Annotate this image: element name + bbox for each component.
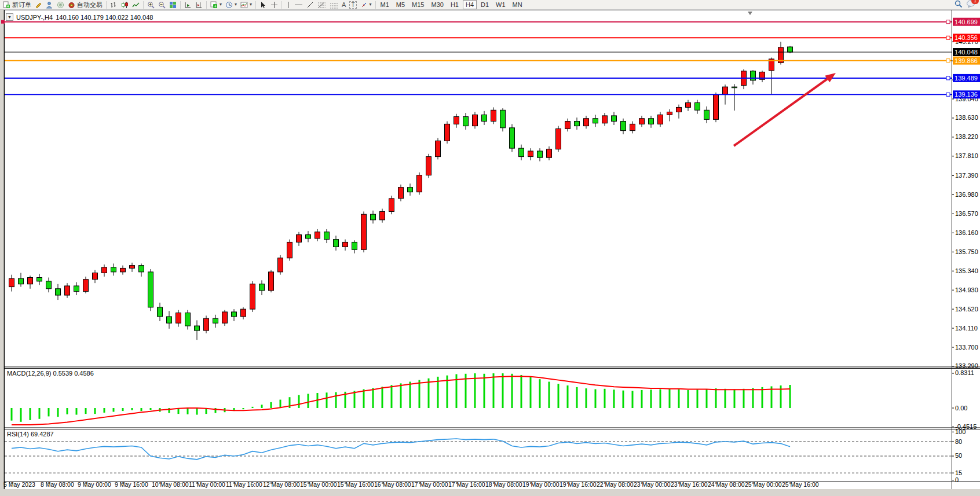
hline-140.356[interactable]: 140.356 <box>5 34 980 42</box>
trendline-tool-button[interactable] <box>305 1 316 9</box>
hline-139.866[interactable]: 139.866 <box>5 57 980 65</box>
autotrade-label: 自动交易 <box>77 1 103 9</box>
candle-48 <box>454 117 459 124</box>
svg-text:133.700: 133.700 <box>955 344 978 351</box>
chart-shift-icon <box>195 1 203 9</box>
timeframe-m1-button[interactable]: M1 <box>378 0 392 9</box>
candle-18 <box>176 313 181 324</box>
hline-handle <box>946 93 950 96</box>
chart-shift-marker[interactable] <box>748 12 752 15</box>
timeframe-m5-button[interactable]: M5 <box>393 0 408 9</box>
search-icon[interactable] <box>955 0 963 9</box>
timeframe-h4-button[interactable]: H4 <box>463 0 477 9</box>
price-axis[interactable]: 140.270139.860139.450139.040138.630138.2… <box>952 38 978 370</box>
candle-chart-mode-button[interactable] <box>119 1 130 9</box>
candle-43 <box>408 188 413 192</box>
candle-56 <box>528 151 533 157</box>
candle-64 <box>602 116 608 123</box>
horizontal-line-tool-button[interactable] <box>292 1 305 9</box>
candle-4 <box>46 281 52 289</box>
candle-0 <box>9 278 14 286</box>
candle-34 <box>324 232 330 240</box>
chart-canvas[interactable]: 140.270139.860139.450139.040138.630138.2… <box>0 0 980 496</box>
bar-chart-icon <box>110 1 118 9</box>
bar-chart-mode-button[interactable] <box>108 1 119 9</box>
text-label-tool-button[interactable]: T <box>348 1 358 9</box>
candle-41 <box>389 199 394 211</box>
svg-text:135.750: 135.750 <box>955 248 978 255</box>
svg-text:0.8311: 0.8311 <box>955 369 974 376</box>
svg-text:139.489: 139.489 <box>955 75 978 82</box>
autotrade-button[interactable]: 自动交易 <box>66 1 104 9</box>
toolbar-separator <box>106 1 107 9</box>
indicators-button[interactable]: ▾ <box>209 1 224 9</box>
timeframe-m15-button[interactable]: M15 <box>409 0 427 9</box>
line-chart-mode-button[interactable] <box>130 1 141 9</box>
vertical-line-tool-button[interactable] <box>284 1 292 9</box>
candle-1 <box>19 278 24 284</box>
candle-14 <box>139 266 144 272</box>
notifications-button[interactable]: 1 <box>966 0 975 9</box>
candlestick-chart-icon <box>121 1 129 9</box>
zoom-in-icon <box>147 1 155 9</box>
new-order-label: 新订单 <box>12 1 31 9</box>
rsi-pane: 1008050150 <box>5 428 966 483</box>
chart-ohlc-values: 140.160 140.179 140.022 140.048 <box>56 14 153 21</box>
timeframe-d1-button[interactable]: D1 <box>478 0 492 9</box>
candle-15 <box>148 272 153 307</box>
candle-29 <box>278 258 283 272</box>
periods-clock-icon <box>225 1 233 9</box>
templates-caret-icon: ▾ <box>250 2 252 7</box>
candle-10 <box>102 267 107 273</box>
arrow-annotation[interactable] <box>734 73 836 146</box>
crayon-button[interactable] <box>33 1 44 9</box>
chart-shift-button[interactable] <box>193 1 204 9</box>
svg-text:80: 80 <box>955 438 962 445</box>
timeframe-mn-button[interactable]: MN <box>510 0 525 9</box>
timeframe-w1-button[interactable]: W1 <box>493 0 509 9</box>
svg-text:136.980: 136.980 <box>955 191 978 198</box>
zoom-in-button[interactable] <box>145 1 156 9</box>
text-tool-button[interactable]: A <box>340 1 348 9</box>
candle-54 <box>510 128 515 148</box>
hline-139.136[interactable]: 139.136 <box>5 90 980 98</box>
candle-66 <box>621 122 626 131</box>
zoom-out-button[interactable] <box>156 1 167 9</box>
chart-collapse-icon[interactable]: ▼ <box>6 13 13 21</box>
fibo-retracement-tool-button[interactable] <box>316 1 328 9</box>
fibo-channel-icon <box>330 1 338 9</box>
candle-38 <box>361 214 367 249</box>
timeframe-m30-button[interactable]: M30 <box>428 0 446 9</box>
hline-handle <box>946 76 950 80</box>
candle-71 <box>667 112 672 115</box>
timeframe-h1-button[interactable]: H1 <box>448 0 462 9</box>
svg-text:0: 0 <box>955 476 959 483</box>
crosshair-tool-button[interactable] <box>269 1 280 9</box>
tile-windows-icon <box>169 1 177 9</box>
svg-text:137.390: 137.390 <box>955 172 978 179</box>
candle-28 <box>269 272 274 291</box>
candle-13 <box>130 266 135 269</box>
arrows-tool-button[interactable]: ▾ <box>359 1 374 9</box>
radar-button[interactable] <box>55 1 66 9</box>
svg-text:139.136: 139.136 <box>955 91 978 98</box>
candle-24 <box>232 312 237 317</box>
hline-handle <box>946 20 950 24</box>
auto-scroll-button[interactable] <box>182 1 193 9</box>
candle-80 <box>751 71 756 80</box>
candle-2 <box>28 278 33 284</box>
new-order-button[interactable]: 新订单 <box>1 1 33 9</box>
profile-button[interactable] <box>44 1 55 9</box>
candle-39 <box>371 214 376 220</box>
fibo-channel-tool-button[interactable] <box>328 1 340 9</box>
tile-windows-button[interactable] <box>167 1 178 9</box>
candle-27 <box>259 284 265 291</box>
periods-button[interactable]: ▾ <box>224 1 239 9</box>
candle-69 <box>649 119 654 124</box>
hline-anchor <box>1 20 5 24</box>
new-order-icon <box>3 1 10 9</box>
candle-32 <box>306 235 311 238</box>
cursor-tool-button[interactable] <box>258 1 269 9</box>
templates-button[interactable]: ▾ <box>239 1 254 9</box>
candle-40 <box>380 211 385 219</box>
